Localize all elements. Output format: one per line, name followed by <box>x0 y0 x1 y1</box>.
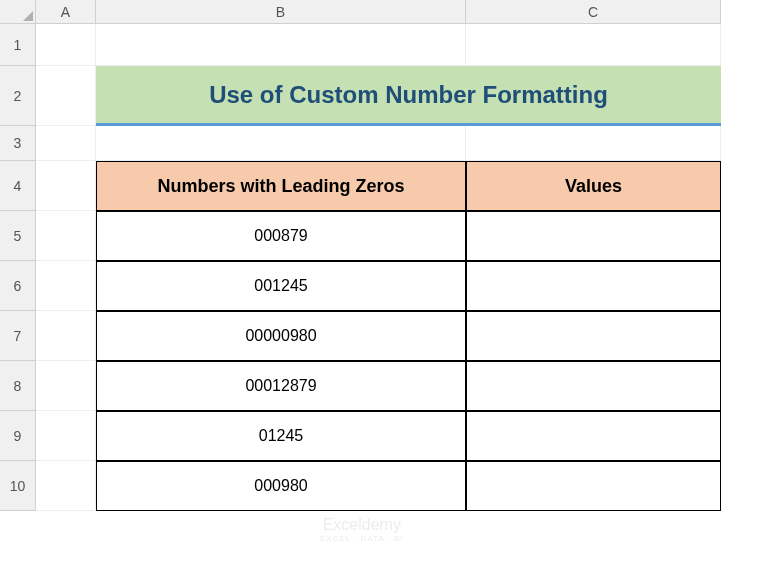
cell-b9[interactable]: 01245 <box>96 411 466 461</box>
watermark: Exceldemy EXCEL · DATA · BI <box>320 516 404 543</box>
select-all-corner[interactable] <box>0 0 36 24</box>
cell-b3[interactable] <box>96 126 466 161</box>
row-header-6[interactable]: 6 <box>0 261 36 311</box>
row-header-9[interactable]: 9 <box>0 411 36 461</box>
row-header-3[interactable]: 3 <box>0 126 36 161</box>
cell-b8[interactable]: 00012879 <box>96 361 466 411</box>
watermark-main: Exceldemy <box>320 516 404 534</box>
cell-b6[interactable]: 001245 <box>96 261 466 311</box>
cell-c9[interactable] <box>466 411 721 461</box>
cell-a10[interactable] <box>36 461 96 511</box>
cell-c5[interactable] <box>466 211 721 261</box>
row-header-1[interactable]: 1 <box>0 24 36 66</box>
row-header-8[interactable]: 8 <box>0 361 36 411</box>
row-header-5[interactable]: 5 <box>0 211 36 261</box>
cell-a2[interactable] <box>36 66 96 126</box>
cell-a4[interactable] <box>36 161 96 211</box>
cell-c8[interactable] <box>466 361 721 411</box>
table-header-values[interactable]: Values <box>466 161 721 211</box>
table-header-numbers[interactable]: Numbers with Leading Zeros <box>96 161 466 211</box>
cell-a5[interactable] <box>36 211 96 261</box>
cell-c3[interactable] <box>466 126 721 161</box>
column-header-b[interactable]: B <box>96 0 466 24</box>
row-header-10[interactable]: 10 <box>0 461 36 511</box>
cell-b7[interactable]: 00000980 <box>96 311 466 361</box>
cell-b1[interactable] <box>96 24 466 66</box>
cell-a8[interactable] <box>36 361 96 411</box>
row-header-2[interactable]: 2 <box>0 66 36 126</box>
cell-c7[interactable] <box>466 311 721 361</box>
cell-a1[interactable] <box>36 24 96 66</box>
spreadsheet-grid: A B C 1 2 Use of Custom Number Formattin… <box>0 0 767 511</box>
cell-b5[interactable]: 000879 <box>96 211 466 261</box>
row-header-4[interactable]: 4 <box>0 161 36 211</box>
cell-a9[interactable] <box>36 411 96 461</box>
column-header-c[interactable]: C <box>466 0 721 24</box>
cell-c10[interactable] <box>466 461 721 511</box>
watermark-sub: EXCEL · DATA · BI <box>320 534 404 543</box>
column-header-a[interactable]: A <box>36 0 96 24</box>
title-cell[interactable]: Use of Custom Number Formatting <box>96 66 721 126</box>
cell-a6[interactable] <box>36 261 96 311</box>
row-header-7[interactable]: 7 <box>0 311 36 361</box>
cell-c1[interactable] <box>466 24 721 66</box>
cell-b10[interactable]: 000980 <box>96 461 466 511</box>
cell-a3[interactable] <box>36 126 96 161</box>
cell-a7[interactable] <box>36 311 96 361</box>
cell-c6[interactable] <box>466 261 721 311</box>
